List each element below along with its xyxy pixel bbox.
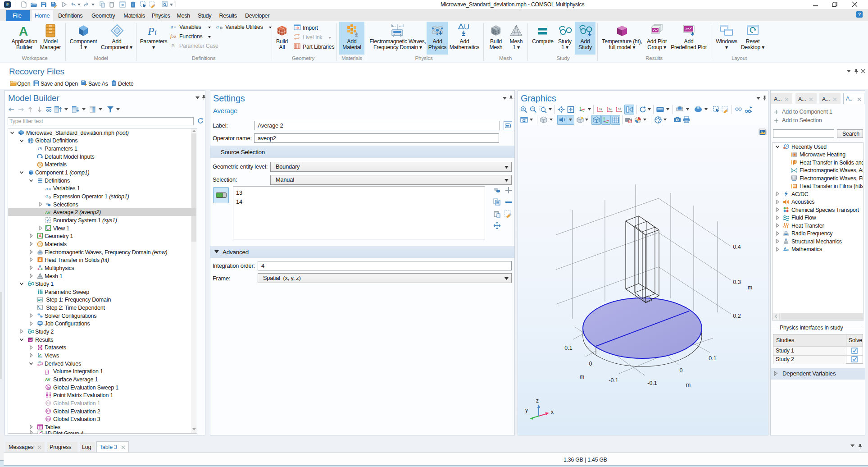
- svg-text:m: m: [748, 284, 752, 291]
- svg-text:-0.1: -0.1: [609, 377, 618, 384]
- svg-text:8.5: 8.5: [46, 410, 50, 412]
- svg-text:0.3: 0.3: [733, 279, 741, 285]
- svg-text:i: i: [155, 28, 157, 37]
- svg-text:.5: .5: [41, 362, 43, 365]
- svg-text:AV: AV: [45, 377, 50, 382]
- svg-text:xy: xy: [599, 107, 603, 110]
- svg-text:8.5: 8.5: [46, 418, 50, 421]
- svg-text:∫∫∫: ∫∫∫: [45, 369, 50, 375]
- svg-text:=: =: [174, 25, 176, 29]
- svg-text:m: m: [686, 382, 691, 388]
- svg-text:a: a: [216, 24, 219, 29]
- svg-text:a: a: [171, 24, 173, 29]
- svg-text:0.4: 0.4: [733, 244, 741, 250]
- svg-text:0: 0: [680, 367, 683, 374]
- svg-text:m: m: [580, 374, 584, 380]
- svg-text:AV: AV: [45, 210, 50, 215]
- svg-text:y: y: [525, 407, 528, 413]
- svg-text:P: P: [37, 146, 41, 151]
- svg-text:=: =: [49, 187, 51, 191]
- svg-text:A: A: [19, 24, 28, 37]
- svg-text:0.1: 0.1: [564, 345, 572, 351]
- svg-text:i: i: [174, 44, 175, 48]
- svg-text:0.1: 0.1: [709, 355, 716, 362]
- svg-text:a: a: [45, 193, 48, 198]
- svg-text:P: P: [171, 43, 174, 48]
- svg-text:z: z: [536, 398, 539, 404]
- svg-text:P: P: [147, 25, 155, 37]
- svg-text:8.5: 8.5: [46, 402, 50, 404]
- svg-text:foo: foo: [170, 34, 176, 39]
- svg-text:0.2: 0.2: [733, 313, 741, 319]
- svg-text:x: x: [551, 409, 554, 415]
- svg-text:u: u: [787, 247, 789, 252]
- svg-text:i: i: [41, 147, 42, 151]
- svg-text:a: a: [45, 186, 48, 191]
- svg-text:yz: yz: [609, 107, 612, 110]
- svg-text:-0.1: -0.1: [647, 380, 657, 386]
- svg-text:xz: xz: [618, 107, 622, 110]
- svg-text:0: 0: [589, 361, 592, 367]
